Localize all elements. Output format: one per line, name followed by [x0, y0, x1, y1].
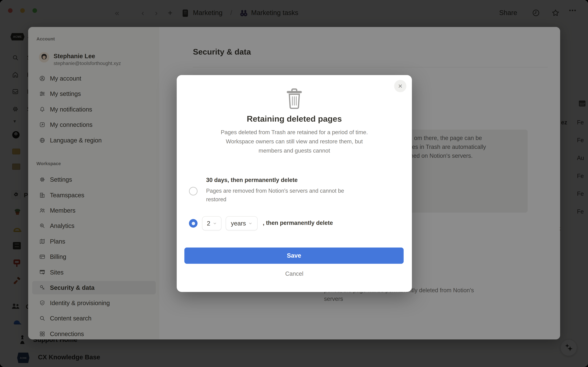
chevron-down-icon [213, 221, 217, 225]
option-custom-suffix: , then permanently delete [263, 220, 333, 226]
retaining-deleted-pages-modal: × Retaining deleted pages Pages deleted … [177, 75, 412, 292]
save-button[interactable]: Save [184, 248, 404, 264]
close-icon[interactable]: × [394, 80, 406, 92]
chevron-down-icon [248, 221, 252, 225]
modal-title: Retaining deleted pages [177, 114, 412, 124]
cancel-button[interactable]: Cancel [177, 270, 412, 277]
screen: « ‹ › + Marketing / Marketing tasks Shar… [0, 0, 588, 367]
radio-30-days[interactable] [189, 187, 197, 195]
modal-description: Pages deleted from Trash are retained fo… [189, 128, 400, 155]
trash-icon [285, 87, 304, 109]
option-30-days-label: 30 days, then permanently delete [206, 177, 298, 184]
notion-window: « ‹ › + Marketing / Marketing tasks Shar… [0, 0, 588, 367]
period-number-select[interactable]: 2 [202, 216, 221, 230]
option-30-days-subtext: Pages are removed from Notion's servers … [206, 187, 344, 204]
radio-custom-period[interactable] [189, 219, 197, 228]
period-unit-select[interactable]: years [226, 216, 258, 230]
